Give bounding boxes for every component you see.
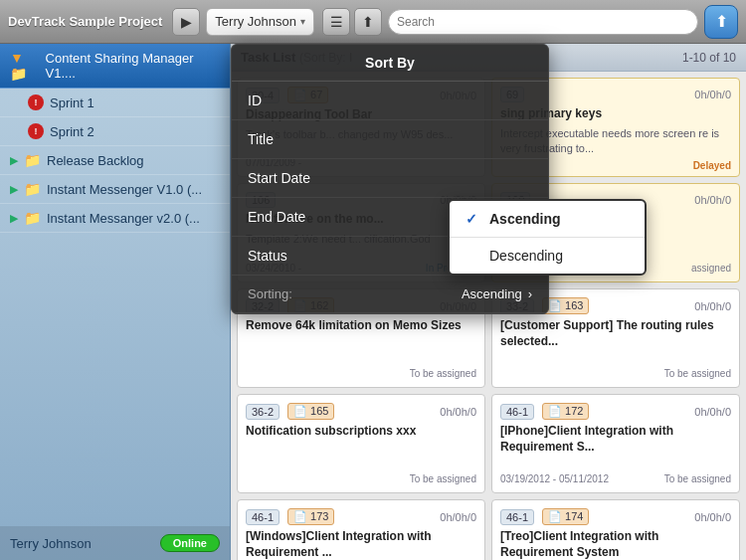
- task-desc: [246, 338, 476, 364]
- task-time: 0h/0h/0: [694, 194, 731, 206]
- task-card-header: 46-1 📄 174 0h/0h/0: [500, 508, 731, 525]
- sidebar-item-sprint-2[interactable]: ! Sprint 2: [0, 117, 230, 146]
- task-footer: 03/19/2012 - 05/11/2012 To be assigned: [500, 473, 731, 484]
- task-desc: [500, 459, 731, 469]
- task-status: To be assigned: [410, 368, 476, 379]
- task-id-group: 46-1 📄 172: [500, 403, 589, 420]
- task-card[interactable]: 46-1 📄 172 0h/0h/0 [IPhone]Client Integr…: [491, 394, 740, 493]
- user-selector[interactable]: Terry Johnson ▾: [206, 8, 314, 36]
- sort-value-group: Ascending ›: [462, 286, 532, 301]
- task-id: 46-1: [246, 509, 280, 525]
- task-card[interactable]: 46-1 📄 174 0h/0h/0 [Treo]Client Integrat…: [491, 499, 740, 560]
- task-id-group: 46-1 📄 174: [500, 508, 589, 525]
- sidebar-item-sprint-1[interactable]: ! Sprint 1: [0, 89, 230, 117]
- folder-icon: 📁: [24, 152, 41, 168]
- sidebar-item-release-backlog[interactable]: ▶ 📁 Release Backlog: [0, 146, 230, 175]
- grid-view-button[interactable]: ⬆: [354, 8, 382, 36]
- task-footer: To be assigned: [246, 473, 476, 484]
- sidebar-item-label: Content Sharing Manager V1....: [46, 51, 220, 81]
- task-title: [Customer Support] The routing rules sel…: [500, 318, 731, 349]
- sidebar-footer: Terry Johnson Online: [0, 526, 230, 560]
- sort-option-start-date[interactable]: Start Date: [232, 159, 548, 198]
- task-desc: [500, 353, 731, 364]
- online-status-button[interactable]: Online: [160, 534, 220, 552]
- task-time: 0h/0h/0: [440, 511, 476, 523]
- task-status: To be assigned: [664, 368, 731, 379]
- task-title: [Treo]Client Integration with Requiremen…: [500, 529, 731, 560]
- task-time: 0h/0h/0: [694, 511, 731, 523]
- submenu-item-ascending[interactable]: ✓ Ascending: [450, 201, 645, 238]
- task-id: 46-1: [500, 509, 534, 525]
- check-icon: ✓: [466, 211, 481, 227]
- expand-icon: ▶: [10, 154, 18, 167]
- task-card-header: 46-1 📄 173 0h/0h/0: [246, 508, 476, 525]
- sort-option-id[interactable]: ID: [232, 82, 548, 120]
- search-input[interactable]: [388, 9, 698, 35]
- task-status: Delayed: [693, 160, 731, 171]
- task-status: To be assigned: [664, 473, 731, 484]
- sort-option-label: Title: [248, 131, 274, 147]
- chevron-right-icon: ›: [528, 286, 532, 301]
- task-id: 36-2: [246, 404, 280, 420]
- sidebar: ▼📁 Content Sharing Manager V1.... ! Spri…: [0, 44, 231, 560]
- sort-option-sorting[interactable]: Sorting: Ascending ›: [232, 276, 548, 313]
- list-view-button[interactable]: ☰: [322, 8, 350, 36]
- sort-current-value: Ascending: [462, 286, 522, 301]
- sidebar-item-label: Release Backlog: [47, 153, 144, 168]
- folder-icon: ▼📁: [10, 50, 40, 82]
- sidebar-item-instant-messanger-2[interactable]: ▶ 📁 Instant Messanger v2.0 (...: [0, 204, 230, 233]
- task-time: 0h/0h/0: [694, 89, 731, 100]
- nav-forward-button[interactable]: ▶: [172, 8, 200, 36]
- task-title: [Windows]Client Integration with Require…: [246, 529, 476, 560]
- task-footer: To be assigned: [500, 368, 731, 379]
- submenu-item-label: Descending: [489, 248, 563, 264]
- sort-option-label: Status: [248, 248, 287, 264]
- task-title: Remove 64k limitation on Memo Sizes: [246, 318, 476, 334]
- task-time: 0h/0h/0: [440, 406, 476, 418]
- task-doc-id: 📄 172: [542, 403, 589, 420]
- sprint-icon: !: [28, 94, 44, 110]
- sort-option-label: ID: [248, 93, 262, 108]
- task-card[interactable]: 46-1 📄 173 0h/0h/0 [Windows]Client Integ…: [237, 499, 485, 560]
- sort-option-label: End Date: [248, 209, 305, 225]
- task-title: Notification subscriptions xxx: [246, 424, 476, 440]
- task-count: 1-10 of 10: [682, 51, 736, 65]
- task-time: 0h/0h/0: [694, 300, 731, 312]
- footer-user-name: Terry Johnson: [10, 536, 92, 551]
- task-doc-id: 📄 173: [287, 508, 334, 525]
- submenu-item-descending[interactable]: ✓ Descending: [450, 238, 645, 274]
- sidebar-item-content-sharing[interactable]: ▼📁 Content Sharing Manager V1....: [0, 44, 230, 89]
- sort-dropdown-title: Sort By: [232, 45, 548, 82]
- task-date: 03/19/2012 - 05/11/2012: [500, 473, 609, 484]
- expand-icon: ▶: [10, 212, 18, 225]
- share-button[interactable]: ⬆: [704, 5, 738, 39]
- sort-option-label: Start Date: [248, 170, 310, 186]
- submenu-item-label: Ascending: [489, 211, 561, 227]
- view-toggle-icons: ☰ ⬆: [322, 8, 382, 36]
- task-card-header: 36-2 📄 165 0h/0h/0: [246, 403, 476, 420]
- task-footer: To be assigned: [246, 368, 476, 379]
- task-id: 46-1: [500, 404, 534, 420]
- sidebar-item-label: Sprint 1: [50, 95, 94, 110]
- sidebar-item-label: Instant Messanger v2.0 (...: [47, 211, 200, 226]
- sort-submenu[interactable]: ✓ Ascending ✓ Descending: [448, 199, 647, 276]
- user-chevron-icon: ▾: [300, 16, 305, 27]
- task-title: [IPhone]Client Integration with Requirem…: [500, 424, 731, 455]
- task-doc-id: 📄 163: [542, 297, 589, 314]
- task-doc-id: 📄 174: [542, 508, 589, 525]
- task-card-header: 46-1 📄 172 0h/0h/0: [500, 403, 731, 420]
- sort-option-title[interactable]: Title: [232, 120, 548, 159]
- task-time: 0h/0h/0: [694, 406, 731, 418]
- sidebar-item-instant-messenger-1[interactable]: ▶ 📁 Instant Messenger V1.0 (...: [0, 175, 230, 204]
- top-bar: DevTrack Sample Project ▶ Terry Johnson …: [0, 0, 746, 44]
- sidebar-item-label: Instant Messenger V1.0 (...: [47, 182, 202, 197]
- folder-icon: 📁: [24, 210, 41, 226]
- task-id-group: 46-1 📄 173: [246, 508, 334, 525]
- task-id-group: 36-2 📄 165: [246, 403, 334, 420]
- expand-icon: ▶: [10, 183, 18, 196]
- sprint-icon: !: [28, 123, 44, 139]
- task-doc-id: 📄 165: [287, 403, 334, 420]
- sorting-label: Sorting:: [248, 286, 292, 301]
- task-status: assigned: [691, 263, 731, 274]
- task-card[interactable]: 36-2 📄 165 0h/0h/0 Notification subscrip…: [237, 394, 485, 493]
